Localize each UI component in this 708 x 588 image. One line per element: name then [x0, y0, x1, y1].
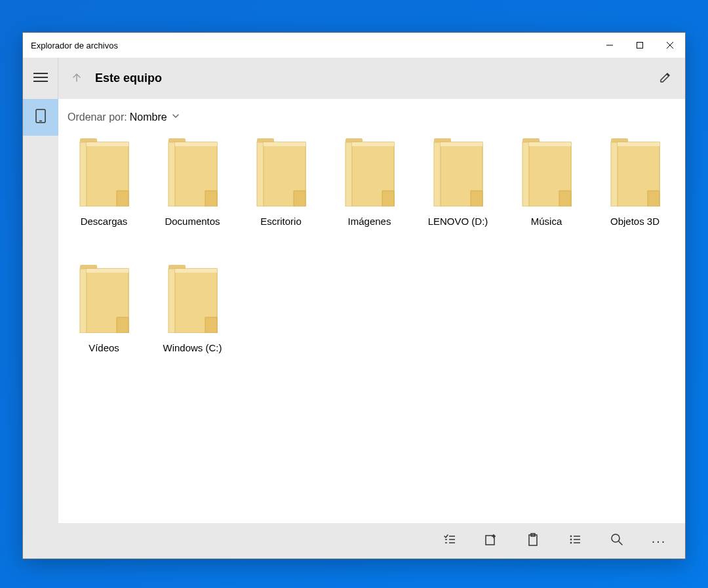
up-button[interactable]: [58, 58, 95, 99]
svg-rect-7: [637, 43, 643, 49]
pencil-icon: [659, 71, 672, 87]
folder-item[interactable]: Escritorio: [237, 138, 325, 227]
select-all-button[interactable]: [428, 523, 470, 559]
folder-icon: [608, 138, 662, 206]
svg-point-26: [570, 539, 572, 540]
menu-button[interactable]: [23, 58, 58, 99]
view-button[interactable]: [554, 523, 596, 559]
folder-icon: [431, 138, 485, 206]
location-label[interactable]: Este equipo: [95, 71, 162, 85]
new-folder-icon: [484, 532, 498, 549]
folder-label: Windows (C:): [163, 342, 222, 353]
folder-item[interactable]: Descargas: [60, 138, 148, 227]
sort-bar[interactable]: Ordenar por: Nombre: [58, 99, 685, 136]
folder-item[interactable]: LENOVO (D:): [414, 138, 502, 227]
folder-icon: [77, 138, 131, 206]
titlebar: Explorador de archivos: [23, 33, 685, 58]
folder-item[interactable]: Imágenes: [325, 138, 414, 227]
window-title: Explorador de archivos: [31, 41, 118, 50]
close-button[interactable]: [655, 33, 685, 58]
paste-button[interactable]: [512, 523, 554, 559]
folder-icon: [520, 138, 574, 206]
folder-item[interactable]: Vídeos: [60, 265, 148, 353]
folder-label: Descargas: [81, 216, 128, 227]
chevron-down-icon: [167, 111, 180, 123]
list-icon: [568, 532, 582, 549]
folder-label: Vídeos: [88, 342, 119, 353]
svg-line-32: [619, 541, 622, 545]
folder-label: Música: [531, 216, 562, 227]
sort-value: Nombre: [130, 111, 167, 123]
items-grid: DescargasDocumentosEscritorioImágenesLEN…: [58, 136, 685, 523]
search-icon: [610, 532, 624, 549]
folder-icon: [254, 138, 308, 206]
clipboard-icon: [526, 532, 540, 549]
folder-icon: [77, 265, 131, 333]
folder-label: Escritorio: [260, 216, 302, 227]
folder-item[interactable]: Windows (C:): [148, 265, 237, 353]
folder-label: LENOVO (D:): [428, 216, 488, 227]
svg-rect-20: [486, 536, 494, 545]
sort-label: Ordenar por:: [68, 111, 127, 123]
folder-icon: [166, 138, 220, 206]
folder-item[interactable]: Objetos 3D: [591, 138, 679, 227]
checklist-icon: [442, 532, 456, 549]
hamburger-icon: [33, 72, 48, 85]
new-folder-button[interactable]: [470, 523, 512, 559]
svg-point-25: [570, 536, 572, 537]
more-button[interactable]: ···: [638, 523, 680, 559]
svg-point-27: [570, 542, 572, 543]
folder-item[interactable]: Documentos: [148, 138, 237, 227]
tablet-icon: [35, 109, 47, 126]
content: Ordenar por: Nombre DescargasDocumentosE…: [58, 99, 685, 559]
toolbar: Este equipo: [23, 58, 685, 99]
maximize-button[interactable]: [625, 33, 655, 58]
folder-item[interactable]: Música: [502, 138, 591, 227]
minimize-button[interactable]: [595, 33, 625, 58]
edit-button[interactable]: [646, 58, 685, 99]
folder-icon: [166, 265, 220, 333]
search-button[interactable]: [596, 523, 638, 559]
arrow-up-icon: [71, 72, 82, 85]
folder-label: Documentos: [165, 216, 220, 227]
folder-label: Imágenes: [348, 216, 391, 227]
sidebar: [23, 99, 58, 559]
bottom-bar: ···: [58, 523, 685, 559]
body: Ordenar por: Nombre DescargasDocumentosE…: [23, 99, 685, 559]
sidebar-item-this-pc[interactable]: [23, 99, 58, 136]
more-icon: ···: [652, 534, 667, 549]
folder-label: Objetos 3D: [610, 216, 659, 227]
svg-point-31: [612, 534, 620, 542]
window-controls: [595, 33, 685, 58]
folder-icon: [343, 138, 397, 206]
file-explorer-window: Explorador de archivos Este equipo: [22, 32, 686, 559]
